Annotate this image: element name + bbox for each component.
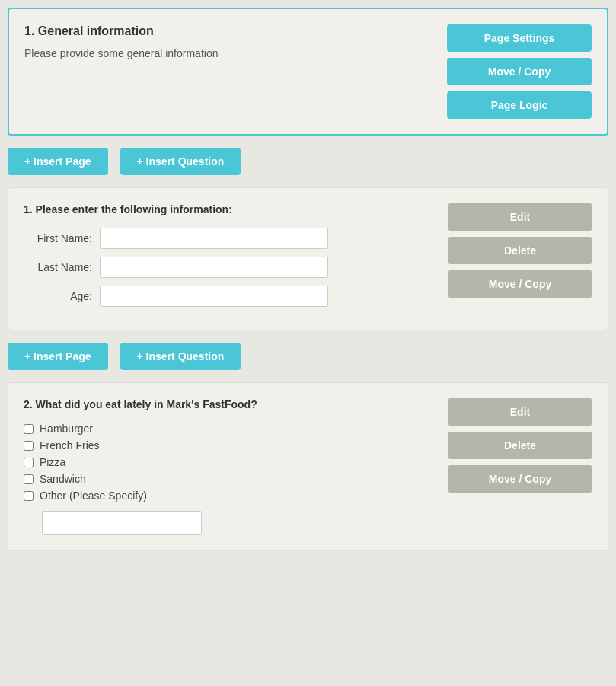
option-other-label: Other (Please Specify): [40, 490, 147, 502]
age-input[interactable]: [100, 286, 328, 307]
question-1-delete-button[interactable]: Delete: [448, 237, 592, 264]
page-section: 1. General information Please provide so…: [8, 8, 608, 136]
option-hamburger-label: Hamburger: [40, 423, 93, 435]
question-2-right: Edit Delete Move / Copy: [448, 398, 592, 493]
insert-question-button-2[interactable]: + Insert Question: [120, 343, 241, 370]
insert-page-button-2[interactable]: + Insert Page: [8, 343, 108, 370]
age-row: Age:: [24, 286, 432, 307]
page-settings-button[interactable]: Page Settings: [447, 24, 592, 52]
checkbox-french-fries[interactable]: [24, 441, 34, 451]
other-specify-input[interactable]: [42, 511, 202, 535]
checkbox-other[interactable]: [24, 491, 34, 501]
list-item: Pizza: [24, 456, 432, 468]
insert-page-button-1[interactable]: + Insert Page: [8, 148, 108, 175]
question-1-section: 1. Please enter the following informatio…: [8, 187, 608, 330]
question-1-left: 1. Please enter the following informatio…: [24, 203, 448, 314]
list-item: Other (Please Specify): [24, 490, 432, 502]
question-2-move-copy-button[interactable]: Move / Copy: [448, 465, 592, 493]
question-2-edit-button[interactable]: Edit: [448, 398, 592, 426]
question-2-delete-button[interactable]: Delete: [448, 432, 592, 459]
checkbox-pizza[interactable]: [24, 458, 34, 467]
question-1-right: Edit Delete Move / Copy: [448, 203, 592, 298]
page-title: 1. General information: [24, 24, 218, 38]
page-section-right: Page Settings Move / Copy Page Logic: [447, 24, 592, 119]
last-name-input[interactable]: [100, 257, 328, 278]
question-2-options: Hamburger French Fries Pizza Sandwich Ot…: [24, 423, 432, 502]
question-1-edit-button[interactable]: Edit: [448, 203, 592, 231]
page-logic-button[interactable]: Page Logic: [447, 91, 592, 119]
last-name-label: Last Name:: [24, 261, 92, 273]
list-item: Sandwich: [24, 473, 432, 485]
first-name-label: First Name:: [24, 232, 92, 244]
page-description: Please provide some general information: [24, 47, 218, 59]
first-name-input[interactable]: [100, 228, 328, 249]
insert-question-button-1[interactable]: + Insert Question: [120, 148, 241, 175]
list-item: Hamburger: [24, 423, 432, 435]
option-sandwich-label: Sandwich: [40, 473, 86, 485]
age-label: Age:: [24, 290, 92, 302]
question-1-title: 1. Please enter the following informatio…: [24, 203, 432, 215]
option-pizza-label: Pizza: [40, 456, 65, 468]
insert-row-1: + Insert Page + Insert Question: [8, 148, 608, 175]
insert-row-2: + Insert Page + Insert Question: [8, 343, 608, 370]
list-item: French Fries: [24, 439, 432, 451]
question-2-left: 2. What did you eat lately in Mark's Fas…: [24, 398, 448, 535]
checkbox-sandwich[interactable]: [24, 474, 34, 484]
question-2-title: 2. What did you eat lately in Mark's Fas…: [24, 398, 432, 410]
last-name-row: Last Name:: [24, 257, 432, 278]
page-move-copy-button[interactable]: Move / Copy: [447, 58, 592, 85]
question-1-move-copy-button[interactable]: Move / Copy: [448, 270, 592, 298]
option-french-fries-label: French Fries: [40, 439, 100, 451]
first-name-row: First Name:: [24, 228, 432, 249]
question-2-section: 2. What did you eat lately in Mark's Fas…: [8, 382, 608, 551]
checkbox-hamburger[interactable]: [24, 424, 34, 434]
page-section-left: 1. General information Please provide so…: [24, 24, 218, 59]
